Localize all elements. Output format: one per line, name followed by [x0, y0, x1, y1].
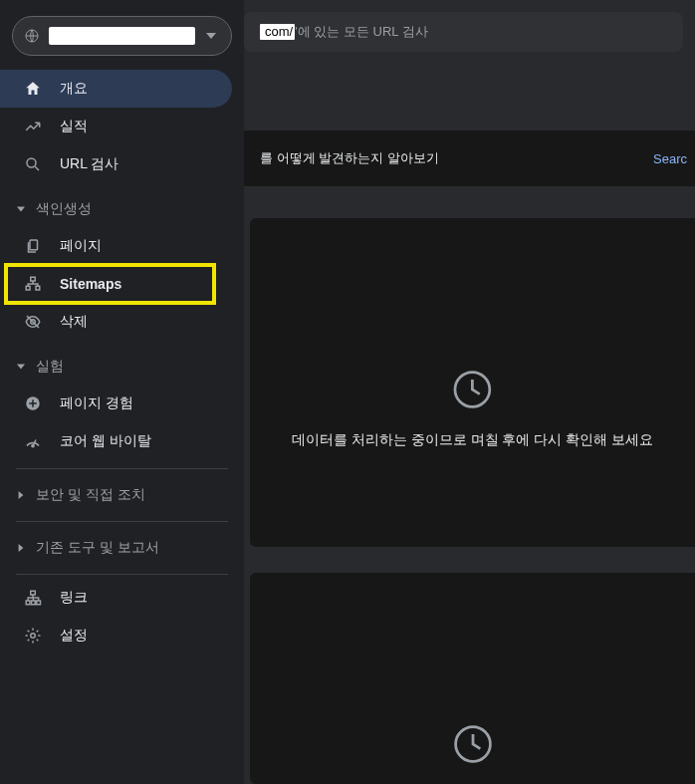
chevron-down-icon: [201, 26, 221, 46]
home-icon: [22, 78, 44, 100]
section-indexing[interactable]: 색인생성: [0, 191, 244, 227]
svg-rect-3: [31, 277, 36, 281]
plus-circle-icon: [22, 392, 44, 414]
section-security[interactable]: 보안 및 직접 조치: [0, 477, 244, 513]
svg-point-13: [31, 634, 36, 639]
search-placeholder-text: '에 있는 모든 URL 검사: [295, 23, 427, 41]
sitemap-icon: [22, 273, 44, 295]
sidebar-item-label: 페이지 경험: [60, 394, 133, 412]
svg-rect-9: [31, 591, 36, 595]
clock-icon: [450, 368, 494, 411]
section-experience[interactable]: 실험: [0, 349, 244, 385]
globe-icon: [23, 27, 41, 45]
sidebar-item-label: 개요: [60, 80, 88, 98]
performance-card: 데이터를 처리하는 중이므로 며칠 후에 다시 확인해 보세요: [250, 218, 695, 547]
sidebar-item-label: Sitemaps: [60, 276, 121, 292]
trending-icon: [22, 116, 44, 137]
svg-rect-11: [32, 601, 36, 605]
search-icon: [22, 153, 44, 175]
sidebar: 개요 실적 URL 검사 색인생성 페이지: [0, 0, 244, 784]
section-title: 실험: [36, 358, 64, 376]
section-title: 보안 및 직접 조치: [36, 486, 145, 504]
section-legacy-tools[interactable]: 기존 도구 및 보고서: [0, 530, 244, 566]
main-content: com/'에 있는 모든 URL 검사 를 어떻게 발견하는지 알아보기 Sea…: [244, 0, 695, 784]
sidebar-item-label: 코어 웹 바이탈: [60, 432, 151, 450]
svg-point-1: [27, 158, 36, 167]
pages-icon: [22, 235, 44, 257]
caret-right-icon: [14, 488, 28, 502]
section-title: 색인생성: [36, 200, 92, 218]
sidebar-item-pages[interactable]: 페이지: [0, 227, 232, 265]
section-title: 기존 도구 및 보고서: [36, 539, 159, 557]
property-selector[interactable]: [12, 16, 232, 56]
caret-right-icon: [14, 541, 28, 555]
links-icon: [22, 587, 44, 609]
sidebar-item-core-web-vitals[interactable]: 코어 웹 바이탈: [0, 422, 232, 460]
banner-link[interactable]: Searc: [653, 151, 687, 166]
sidebar-item-label: 링크: [60, 589, 88, 607]
sidebar-item-label: 페이지: [60, 237, 102, 255]
svg-rect-4: [26, 286, 30, 290]
speed-icon: [22, 430, 44, 452]
sidebar-item-label: 삭제: [60, 313, 88, 331]
gear-icon: [22, 625, 44, 647]
svg-rect-2: [30, 240, 38, 250]
divider: [16, 574, 228, 575]
secondary-card: [250, 573, 695, 784]
svg-rect-5: [36, 286, 40, 290]
sidebar-item-settings[interactable]: 설정: [0, 617, 232, 654]
banner-text: 를 어떻게 발견하는지 알아보기: [260, 149, 439, 167]
sidebar-item-label: 실적: [60, 118, 88, 135]
caret-down-icon: [14, 360, 28, 374]
search-domain-chip: com/: [260, 24, 295, 40]
sidebar-item-overview[interactable]: 개요: [0, 70, 232, 108]
processing-message: 데이터를 처리하는 중이므로 며칠 후에 다시 확인해 보세요: [292, 431, 653, 449]
sidebar-item-links[interactable]: 링크: [0, 579, 232, 617]
caret-down-icon: [14, 202, 28, 216]
url-inspection-search[interactable]: com/'에 있는 모든 URL 검사: [244, 12, 683, 52]
divider: [16, 521, 228, 522]
clock-icon: [451, 722, 495, 766]
svg-rect-12: [37, 601, 41, 605]
sidebar-item-sitemaps[interactable]: Sitemaps: [6, 265, 214, 303]
divider: [16, 468, 228, 469]
sidebar-item-performance[interactable]: 실적: [0, 108, 232, 145]
sidebar-item-url-inspect[interactable]: URL 검사: [0, 145, 232, 183]
svg-rect-10: [26, 601, 30, 605]
sidebar-item-label: URL 검사: [60, 155, 118, 173]
visibility-off-icon: [22, 311, 44, 333]
info-banner: 를 어떻게 발견하는지 알아보기 Searc: [244, 131, 695, 186]
sidebar-item-label: 설정: [60, 627, 88, 645]
sidebar-item-page-experience[interactable]: 페이지 경험: [0, 385, 232, 422]
svg-point-8: [32, 444, 34, 446]
property-name-redacted: [49, 27, 195, 45]
sidebar-item-removals[interactable]: 삭제: [0, 303, 232, 341]
